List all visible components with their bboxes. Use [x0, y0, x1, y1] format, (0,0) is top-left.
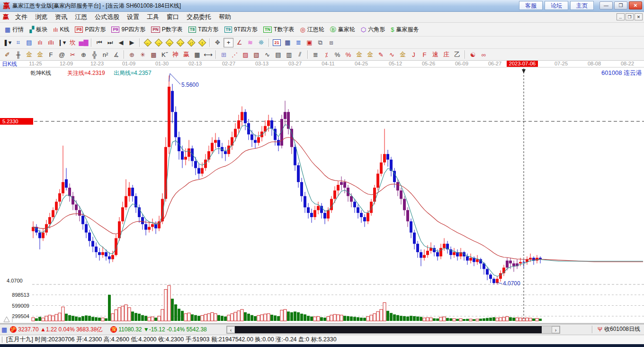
shen-tool-button[interactable]: 神	[170, 50, 180, 59]
chart-scrollbar[interactable]: ‹ ›	[226, 326, 560, 334]
t-square-button[interactable]: T8T四方形	[186, 25, 221, 35]
fan-lines-button[interactable]: ⋰	[230, 50, 240, 59]
hatch-box-button[interactable]: ▧	[251, 50, 261, 59]
compress-v-button[interactable]: ↓↑	[186, 38, 196, 47]
f-line-button[interactable]: F	[420, 50, 429, 59]
calculator-button[interactable]: ▦	[283, 38, 293, 47]
bars-3-button[interactable]: ılı	[35, 38, 45, 47]
compress-h-button[interactable]: →←	[175, 38, 185, 47]
gann-wheel-button[interactable]: ◎江恩轮	[297, 25, 326, 35]
9p-square-button[interactable]: P99P四方形	[109, 25, 148, 35]
9t-square-button[interactable]: T99T四方形	[222, 25, 260, 35]
scissors-button[interactable]: ✂	[68, 50, 78, 59]
gann-circle-button[interactable]: ⊕	[127, 50, 137, 59]
hetu-button[interactable]: 坎	[68, 38, 78, 47]
minimize-button[interactable]: —	[599, 1, 613, 9]
board-grid-button[interactable]: ▥	[284, 50, 294, 59]
notes-button[interactable]: ≣	[294, 38, 304, 47]
ying-tool-button[interactable]: 赢	[181, 50, 191, 59]
spiral-button[interactable]: @	[57, 50, 67, 59]
menu-item-7[interactable]: 窗口	[163, 12, 183, 22]
quick-button-1[interactable]: 论坛	[545, 1, 568, 10]
kline-style-dropdown-button[interactable]: ❚▾	[2, 38, 12, 47]
p-square-button[interactable]: P8P四方形	[72, 25, 108, 35]
menu-item-6[interactable]: 工具	[143, 12, 163, 22]
restore-button[interactable]: ❐	[614, 1, 627, 9]
k-marks-button[interactable]: Κ˝	[160, 50, 170, 59]
sectors-button[interactable]: ▞板块	[27, 25, 50, 35]
wave-tool-button[interactable]: ∿	[262, 50, 272, 59]
export-button[interactable]: ⧉	[315, 38, 325, 47]
menu-item-3[interactable]: 江恩	[71, 12, 91, 22]
close-button[interactable]: ✕	[629, 1, 642, 9]
number-grid-button[interactable]: ▦	[192, 50, 202, 59]
j-line-button[interactable]: J	[409, 50, 419, 59]
candle-dropdown-button[interactable]: ❙▾	[57, 38, 67, 47]
gann-grid-button[interactable]: ╫	[13, 50, 23, 59]
f-grid-button[interactable]: F	[46, 50, 56, 59]
slope-lines-button[interactable]: ⫽	[295, 50, 305, 59]
scrollbar-track[interactable]	[542, 326, 552, 333]
speed-line-button[interactable]: 速	[430, 50, 440, 59]
winner-service-button[interactable]: $赢家服务	[388, 25, 421, 35]
first-page-button[interactable]: ⏮	[94, 38, 104, 47]
t-digit-table-button[interactable]: TNT数字表	[261, 25, 296, 35]
percent-line-button[interactable]: %	[343, 50, 353, 59]
kline-chart[interactable]: 11-2512-0912-2301-0901-3002-1302-2703-13…	[0, 61, 644, 324]
quick-button-2[interactable]: 主页	[570, 1, 594, 10]
next-page-button[interactable]: ▶	[127, 38, 137, 47]
crosshair-tool-button[interactable]: +	[224, 38, 233, 47]
gold-grid-2-button[interactable]: 金	[35, 50, 45, 59]
scroll-right-button[interactable]: ›	[552, 326, 560, 333]
scroll-left-button[interactable]: ‹	[227, 326, 235, 333]
menu-item-4[interactable]: 公式选股	[91, 12, 123, 22]
kline-button[interactable]: ılıK线	[51, 25, 72, 35]
percent-button[interactable]: %	[332, 50, 342, 59]
angle-tool-button[interactable]: ∠	[234, 38, 244, 47]
quotes-button[interactable]: ▦行情	[2, 25, 26, 35]
web-chart-button[interactable]: ⌗	[13, 38, 23, 47]
box-tool-button[interactable]: ⊞	[219, 50, 229, 59]
circle-ruler-button[interactable]: ⊕	[79, 50, 89, 59]
gold-slope-button[interactable]: 金	[398, 50, 408, 59]
gold-grid-1-button[interactable]: 金	[24, 50, 34, 59]
pink-tool-button[interactable]: ≋	[245, 38, 255, 47]
hand-tool-button[interactable]: ✥	[213, 38, 223, 47]
expand-h-button[interactable]: ↔	[164, 38, 174, 47]
taichi-button[interactable]: ☯	[468, 50, 478, 59]
last-page-button[interactable]: ⏭	[105, 38, 115, 47]
menu-item-8[interactable]: 交易委托	[183, 12, 215, 22]
brush-button[interactable]: ✎	[376, 50, 386, 59]
hexagon-button[interactable]: ⬡六角形	[358, 25, 387, 35]
a-wave-button[interactable]: ∿	[387, 50, 397, 59]
shade-box-button[interactable]: ▨	[241, 50, 250, 59]
gold-line-button[interactable]: 金	[365, 50, 375, 59]
shift-right-button[interactable]: →	[153, 38, 163, 47]
document-button[interactable]: ▤	[24, 38, 34, 47]
quotes-grid-icon[interactable]: ▦	[1, 326, 7, 333]
grid-ruler-button[interactable]: ╬	[89, 50, 99, 59]
print-button[interactable]: ⧈	[326, 38, 336, 47]
menu-item-2[interactable]: 资讯	[51, 12, 71, 22]
star-rays-button[interactable]: ✳	[138, 50, 148, 59]
seven-pct-button[interactable]: ⁒	[322, 50, 331, 59]
menu-item-5[interactable]: 设置	[123, 12, 143, 22]
quick-button-0[interactable]: 客服	[519, 1, 543, 10]
gold-circle-button[interactable]: 金	[354, 50, 364, 59]
menu-item-0[interactable]: 文件	[11, 12, 31, 22]
save-button[interactable]: ▣	[304, 38, 314, 47]
dense-grid-button[interactable]: ▤	[273, 50, 283, 59]
brain-tool-button[interactable]: ❊	[256, 38, 266, 47]
yi-line-button[interactable]: 乙	[452, 50, 462, 59]
stats-list-button[interactable]: ≣	[311, 50, 321, 59]
prev-page-button[interactable]: ◀	[116, 38, 126, 47]
menu-item-9[interactable]: 帮助	[215, 12, 235, 22]
expand-v-button[interactable]: ↕	[197, 38, 207, 47]
bars-9-button[interactable]: ıllı	[46, 38, 56, 47]
child-close-button[interactable]: ✕	[635, 13, 643, 20]
infinity-button[interactable]: ∞	[479, 50, 489, 59]
angle-ruler-button[interactable]: ∡	[111, 50, 121, 59]
child-restore-button[interactable]: ❐	[626, 13, 634, 20]
color-histogram-button[interactable]: ▅▇	[79, 38, 89, 47]
width-measure-button[interactable]: ⟷	[203, 50, 213, 59]
